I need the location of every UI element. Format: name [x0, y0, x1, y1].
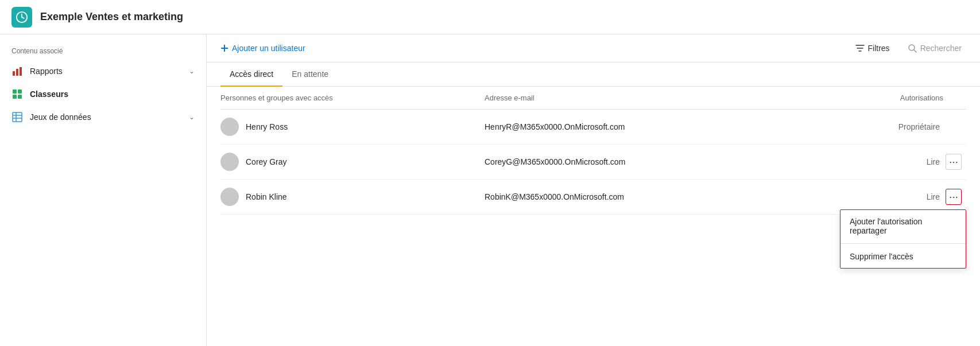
sidebar-item-classeurs[interactable]: Classeurs [0, 83, 206, 106]
content-area: Ajouter un utilisateur Filtres Recherche… [207, 34, 980, 346]
app-icon [11, 7, 32, 28]
svg-rect-6 [13, 95, 17, 99]
svg-rect-8 [13, 112, 22, 122]
user-name: Henry Ross [246, 122, 288, 131]
toolbar: Ajouter un utilisateur Filtres Recherche… [207, 34, 980, 63]
users-table: Personnes et groupes avec accès Adresse … [207, 87, 980, 215]
table-header: Personnes et groupes avec accès Adresse … [220, 87, 966, 110]
svg-rect-5 [18, 90, 22, 94]
svg-rect-3 [20, 67, 22, 76]
table-row: Henry Ross HenryR@M365x0000.OnMicrosoft.… [220, 110, 966, 145]
tabs: Accès direct En attente [207, 63, 980, 87]
permission-label: Lire [927, 192, 940, 201]
chevron-down-icon-2: ⌄ [189, 113, 195, 121]
filter-icon [855, 44, 865, 53]
sidebar-jeux-label: Jeux de données [30, 112, 91, 122]
sidebar-section-label: Contenu associé [0, 44, 206, 60]
add-user-button[interactable]: Ajouter un utilisateur [220, 41, 305, 55]
table-row: Robin Kline RobinK@M365x0000.OnMicrosoft… [220, 180, 966, 215]
user-email: HenryR@M365x0000.OnMicrosoft.com [485, 122, 851, 131]
plus-icon [220, 44, 228, 52]
avatar [220, 188, 239, 206]
user-name: Corey Gray [246, 157, 287, 166]
app-title: Exemple Ventes et marketing [40, 11, 183, 23]
search-icon [908, 44, 917, 53]
menu-item-remove-access[interactable]: Supprimer l'accès [840, 245, 966, 268]
tab-en-attente[interactable]: En attente [282, 63, 338, 87]
menu-item-add-share[interactable]: Ajouter l'autorisation repartager [840, 210, 966, 242]
tab-acces-direct[interactable]: Accès direct [220, 63, 282, 87]
col-header-people: Personnes et groupes avec accès [220, 94, 485, 102]
user-email: CoreyG@M365x0000.OnMicrosoft.com [485, 157, 851, 166]
bar-chart-icon [11, 65, 23, 77]
avatar [220, 153, 239, 171]
user-name: Robin Kline [246, 192, 287, 201]
sidebar: Contenu associé Rapports ⌄ [0, 34, 207, 346]
sidebar-rapports-label: Rapports [30, 67, 63, 76]
more-options-button[interactable]: ⋯ [946, 154, 962, 170]
svg-rect-4 [13, 90, 17, 94]
table-row: Corey Gray CoreyG@M365x0000.OnMicrosoft.… [220, 145, 966, 180]
permission-label: Propriétaire [898, 122, 940, 131]
more-options-button-active[interactable]: ⋯ [946, 189, 962, 205]
permission-label: Lire [927, 157, 940, 166]
filter-button[interactable]: Filtres [851, 41, 894, 55]
col-header-email: Adresse e-mail [485, 94, 851, 102]
sidebar-classeurs-label: Classeurs [30, 90, 68, 99]
grid-icon [11, 88, 23, 100]
svg-line-15 [914, 50, 916, 52]
col-header-permissions: Autorisations [851, 94, 966, 102]
search-button[interactable]: Rechercher [904, 41, 966, 55]
sidebar-item-jeux-de-donnees[interactable]: Jeux de données ⌄ [0, 106, 206, 129]
main-layout: Contenu associé Rapports ⌄ [0, 34, 980, 346]
svg-rect-7 [18, 95, 22, 99]
svg-rect-2 [16, 69, 18, 76]
user-email: RobinK@M365x0000.OnMicrosoft.com [485, 192, 851, 201]
chevron-down-icon: ⌄ [189, 67, 195, 75]
avatar [220, 118, 239, 136]
menu-divider [840, 243, 966, 244]
context-menu: Ajouter l'autorisation repartager Suppri… [840, 209, 966, 269]
svg-rect-1 [13, 71, 15, 76]
app-header: Exemple Ventes et marketing [0, 0, 980, 34]
sidebar-item-rapports[interactable]: Rapports ⌄ [0, 60, 206, 83]
table-icon [11, 111, 23, 123]
